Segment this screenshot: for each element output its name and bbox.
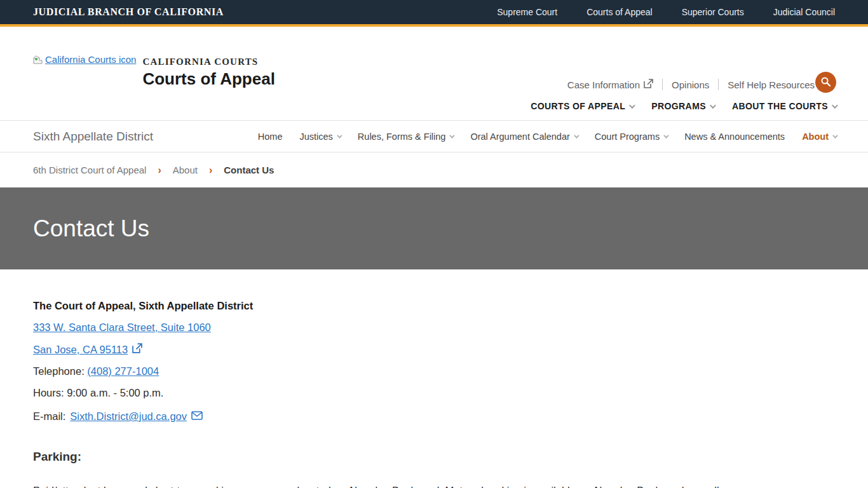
breadcrumb-current: Contact Us — [224, 165, 274, 175]
topbar-title: JUDICIAL BRANCH OF CALIFORNIA — [33, 6, 224, 18]
nav-programs[interactable]: PROGRAMS — [651, 101, 714, 111]
email-link[interactable]: Sixth.District@jud.ca.gov — [70, 410, 187, 423]
broken-image-icon — [33, 55, 44, 64]
topbar-link-judicial-council[interactable]: Judicial Council — [773, 7, 835, 17]
external-link-icon — [132, 343, 142, 356]
topbar-link-superior-courts[interactable]: Superior Courts — [682, 7, 744, 17]
telephone-line: Telephone: (408) 277-1004 — [33, 365, 835, 377]
brand-eyebrow: CALIFORNIA COURTS — [142, 57, 275, 67]
chevron-down-icon — [663, 133, 668, 138]
page-title: Contact Us — [33, 215, 149, 242]
district-nav-label: Justices — [299, 132, 332, 142]
brand-block: California Courts icon CALIFORNIA COURTS… — [33, 37, 275, 89]
district-nav: Home Justices Rules, Forms & Filing Oral… — [258, 132, 836, 142]
district-nav-home[interactable]: Home — [258, 132, 283, 142]
breadcrumb-separator-icon: › — [158, 165, 161, 176]
nav-label: PROGRAMS — [651, 101, 706, 111]
chevron-down-icon — [710, 102, 716, 109]
address-city-link[interactable]: San Jose, CA 95113 — [33, 344, 128, 356]
topbar-link-supreme-court[interactable]: Supreme Court — [497, 7, 557, 17]
chevron-down-icon — [574, 133, 579, 138]
district-name: Sixth Appellate District — [33, 130, 153, 144]
breadcrumb-6th-district[interactable]: 6th District Court of Appeal — [33, 165, 146, 175]
topbar-link-courts-of-appeal[interactable]: Courts of Appeal — [587, 7, 653, 17]
breadcrumb: 6th District Court of Appeal › About › C… — [0, 152, 868, 187]
site-header: California Courts icon CALIFORNIA COURTS… — [0, 27, 868, 121]
utility-nav: Case Information Opinions Self Help Reso… — [567, 79, 815, 90]
district-nav-label: Oral Argument Calendar — [470, 132, 569, 142]
main-content: The Court of Appeal, Sixth Appellate Dis… — [0, 269, 868, 488]
nav-about-the-courts[interactable]: ABOUT THE COURTS — [732, 101, 836, 111]
utility-link-case-information[interactable]: Case Information — [567, 79, 653, 90]
email-line: E-mail: Sixth.District@jud.ca.gov — [33, 410, 835, 423]
district-nav-label: Court Programs — [595, 132, 660, 142]
chevron-down-icon — [832, 102, 838, 109]
primary-nav: COURTS OF APPEAL PROGRAMS ABOUT THE COUR… — [531, 101, 836, 111]
chevron-down-icon — [832, 133, 837, 138]
breadcrumb-about[interactable]: About — [173, 165, 198, 175]
email-label: E-mail: — [33, 410, 65, 423]
nav-courts-of-appeal[interactable]: COURTS OF APPEAL — [531, 101, 634, 111]
chevron-down-icon — [629, 102, 635, 109]
nav-label: COURTS OF APPEAL — [531, 101, 625, 111]
search-button[interactable] — [815, 72, 836, 93]
brand-text: CALIFORNIA COURTS Courts of Appeal — [142, 37, 275, 89]
address-street-link[interactable]: 333 W. Santa Clara Street, Suite 1060 — [33, 322, 211, 334]
district-bar: Sixth Appellate District Home Justices R… — [0, 121, 868, 152]
judicial-branch-topbar: JUDICIAL BRANCH OF CALIFORNIA Supreme Co… — [0, 0, 868, 24]
topbar-nav: Supreme Court Courts of Appeal Superior … — [497, 7, 835, 17]
utility-link-label: Case Information — [567, 79, 640, 90]
utility-link-self-help[interactable]: Self Help Resources — [728, 79, 815, 90]
telephone-link[interactable]: (408) 277-1004 — [87, 365, 159, 377]
district-nav-rules-forms-filing[interactable]: Rules, Forms & Filing — [358, 132, 454, 142]
logo-link[interactable]: California Courts icon — [33, 54, 136, 65]
external-link-icon — [644, 79, 653, 90]
breadcrumb-separator-icon: › — [209, 165, 212, 176]
envelope-icon — [191, 410, 203, 423]
court-name: The Court of Appeal, Sixth Appellate Dis… — [33, 300, 835, 312]
site-title: Courts of Appeal — [142, 69, 275, 89]
utility-link-opinions[interactable]: Opinions — [672, 79, 709, 90]
chevron-down-icon — [450, 133, 455, 138]
chevron-down-icon — [337, 133, 342, 138]
district-nav-about[interactable]: About — [802, 132, 836, 142]
nav-label: ABOUT THE COURTS — [732, 101, 828, 111]
hours-line: Hours: 9:00 a.m. - 5:00 p.m. — [33, 387, 835, 399]
utility-divider — [718, 79, 719, 90]
page-hero: Contact Us — [0, 187, 868, 269]
district-nav-court-programs[interactable]: Court Programs — [595, 132, 667, 142]
district-nav-label: Rules, Forms & Filing — [358, 132, 446, 142]
address-line-1: 333 W. Santa Clara Street, Suite 1060 — [33, 322, 835, 334]
parking-paragraph: Paid/attendant long- and short-term park… — [33, 483, 835, 488]
parking-heading: Parking: — [33, 450, 835, 464]
logo-alt-text: California Courts icon — [45, 54, 136, 65]
district-nav-news-announcements[interactable]: News & Announcements — [684, 132, 785, 142]
district-nav-oral-argument-calendar[interactable]: Oral Argument Calendar — [470, 132, 577, 142]
telephone-label: Telephone: — [33, 365, 85, 377]
address-line-2: San Jose, CA 95113 — [33, 343, 835, 356]
district-nav-label: About — [802, 132, 829, 142]
district-nav-justices[interactable]: Justices — [299, 132, 340, 142]
utility-divider — [662, 79, 663, 90]
search-icon — [820, 76, 831, 89]
